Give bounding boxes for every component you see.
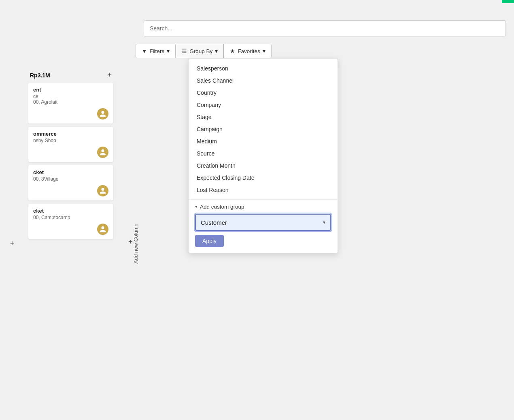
column-header: Rp3.1M + [28, 71, 113, 79]
groupby-item-source[interactable]: Source [189, 147, 338, 160]
card-footer [33, 185, 108, 196]
search-input[interactable] [144, 20, 506, 36]
avatar [97, 147, 108, 158]
groupby-item-company[interactable]: Company [189, 99, 338, 111]
card-title: cket [33, 208, 108, 214]
chevron-down-icon: ▾ [195, 204, 198, 209]
add-new-column-label: Add new Column [133, 224, 139, 264]
avatar [97, 224, 108, 235]
favorites-chevron-icon: ▾ [263, 48, 265, 54]
groupby-item-country[interactable]: Country [189, 87, 338, 99]
card-sub: ce [33, 94, 108, 99]
groupby-item-salesperson[interactable]: Salesperson [189, 62, 338, 75]
top-accent-bar [502, 0, 514, 3]
groupby-item-campaign[interactable]: Campaign [189, 123, 338, 135]
card-detail: 00, 8Village [33, 176, 108, 182]
favorites-button[interactable]: ★ Favorites ▾ [224, 44, 272, 58]
add-column-plus-icon: + [10, 239, 15, 248]
toolbar: ▼ Filters ▾ ☰ Group By ▾ ★ Favorites ▾ [136, 44, 272, 58]
groupby-dropdown: Salesperson Sales Channel Country Compan… [188, 59, 338, 253]
custom-group-select-wrapper: Customer Salesperson Sales Channel Count… [195, 214, 331, 231]
groupby-item-sales-channel[interactable]: Sales Channel [189, 75, 338, 87]
custom-group-label: Add custom group [200, 204, 244, 210]
avatar [97, 108, 108, 119]
apply-button[interactable]: Apply [195, 235, 224, 247]
add-new-column[interactable]: + Add new Column [121, 67, 146, 420]
groupby-item-medium[interactable]: Medium [189, 135, 338, 147]
groupby-item-lost-reason[interactable]: Lost Reason [189, 184, 338, 196]
groupby-items-section: Salesperson Sales Channel Country Compan… [189, 59, 338, 200]
groupby-icon: ☰ [182, 48, 187, 54]
column-amount: Rp3.1M [30, 72, 50, 79]
filters-button[interactable]: ▼ Filters ▾ [136, 44, 176, 58]
kanban-card[interactable]: cket 00, Camptocamp [28, 204, 113, 239]
kanban-card[interactable]: ent ce 00, Agrolait [28, 83, 113, 124]
filters-chevron-icon: ▾ [167, 48, 170, 54]
groupby-chevron-icon: ▾ [215, 48, 218, 54]
filter-icon: ▼ [142, 48, 147, 54]
avatar [97, 185, 108, 196]
card-sub: nshy Shop [33, 138, 108, 143]
custom-group-select[interactable]: Customer Salesperson Sales Channel Count… [196, 215, 330, 230]
search-area [136, 20, 514, 36]
card-footer [33, 108, 108, 119]
add-new-column-plus-icon: + [128, 238, 133, 246]
card-footer [33, 224, 108, 235]
star-icon: ★ [230, 48, 235, 54]
kanban-card[interactable]: cket 00, 8Village [28, 165, 113, 200]
kanban-card[interactable]: ommerce nshy Shop [28, 127, 113, 162]
column-add-icon[interactable]: + [107, 71, 112, 79]
add-column-left[interactable]: + [0, 67, 24, 420]
card-title: cket [33, 169, 108, 175]
card-detail: 00, Camptocamp [33, 215, 108, 220]
groupby-item-stage[interactable]: Stage [189, 111, 338, 123]
card-detail: 00, Agrolait [33, 99, 108, 105]
groupby-item-creation-month[interactable]: Creation Month [189, 160, 338, 172]
groupby-item-expected-closing[interactable]: Expected Closing Date [189, 172, 338, 184]
card-title: ent [33, 87, 108, 93]
card-title: ommerce [33, 131, 108, 137]
groupby-button[interactable]: ☰ Group By ▾ [176, 44, 224, 58]
card-footer [33, 147, 108, 158]
kanban-column-1: Rp3.1M + ent ce 00, Agrolait ommerce nsh… [24, 67, 117, 420]
custom-group-header[interactable]: ▾ Add custom group [195, 204, 331, 210]
custom-group-section: ▾ Add custom group Customer Salesperson … [189, 200, 338, 253]
